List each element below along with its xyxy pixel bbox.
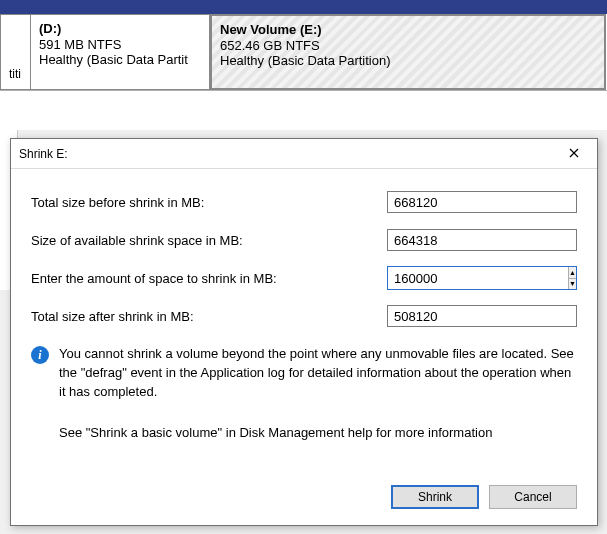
partition-e[interactable]: New Volume (E:) 652.46 GB NTFS Healthy (… (210, 14, 606, 90)
close-button[interactable] (559, 142, 589, 166)
shrink-button-label: Shrink (418, 490, 452, 504)
shrink-amount-input[interactable] (388, 267, 568, 289)
cancel-button-label: Cancel (514, 490, 551, 504)
info-paragraph-1: You cannot shrink a volume beyond the po… (59, 345, 577, 402)
spin-buttons: ▲ ▼ (568, 267, 576, 289)
shrink-button[interactable]: Shrink (391, 485, 479, 509)
disk-header-bar (0, 0, 607, 14)
row-enter-amount: Enter the amount of space to shrink in M… (31, 259, 577, 297)
dialog-title: Shrink E: (19, 147, 559, 161)
dialog-body: Total size before shrink in MB: Size of … (11, 169, 597, 458)
label-enter-amount: Enter the amount of space to shrink in M… (31, 271, 387, 286)
shrink-amount-spinner[interactable]: ▲ ▼ (387, 266, 577, 290)
spin-down-icon[interactable]: ▼ (569, 279, 576, 290)
label-available: Size of available shrink space in MB: (31, 233, 387, 248)
value-total-after (387, 305, 577, 327)
partition-d-title: (D:) (39, 21, 201, 36)
value-total-before (387, 191, 577, 213)
dialog-titlebar[interactable]: Shrink E: (11, 139, 597, 169)
partition-fragment-label: titi (9, 67, 21, 81)
info-block: i You cannot shrink a volume beyond the … (31, 345, 577, 442)
partition-e-status: Healthy (Basic Data Partition) (220, 53, 596, 68)
label-total-after: Total size after shrink in MB: (31, 309, 387, 324)
partition-fragment[interactable]: titi (0, 14, 30, 90)
row-total-before: Total size before shrink in MB: (31, 183, 577, 221)
partition-d-size: 591 MB NTFS (39, 37, 201, 52)
partition-e-size: 652.46 GB NTFS (220, 38, 596, 53)
label-total-before: Total size before shrink in MB: (31, 195, 387, 210)
partition-d-status: Healthy (Basic Data Partit (39, 52, 201, 67)
spin-up-icon[interactable]: ▲ (569, 267, 576, 279)
close-icon (569, 146, 579, 161)
below-strip (0, 90, 607, 130)
info-paragraph-2: See "Shrink a basic volume" in Disk Mana… (59, 424, 577, 443)
cancel-button[interactable]: Cancel (489, 485, 577, 509)
partition-e-title: New Volume (E:) (220, 22, 596, 37)
dialog-button-row: Shrink Cancel (391, 485, 577, 509)
row-available: Size of available shrink space in MB: (31, 221, 577, 259)
row-total-after: Total size after shrink in MB: (31, 297, 577, 335)
partition-d[interactable]: (D:) 591 MB NTFS Healthy (Basic Data Par… (30, 14, 210, 90)
info-text: You cannot shrink a volume beyond the po… (59, 345, 577, 442)
shrink-dialog: Shrink E: Total size before shrink in MB… (10, 138, 598, 526)
info-icon: i (31, 346, 49, 364)
value-available (387, 229, 577, 251)
partition-row: titi (D:) 591 MB NTFS Healthy (Basic Dat… (0, 14, 607, 90)
